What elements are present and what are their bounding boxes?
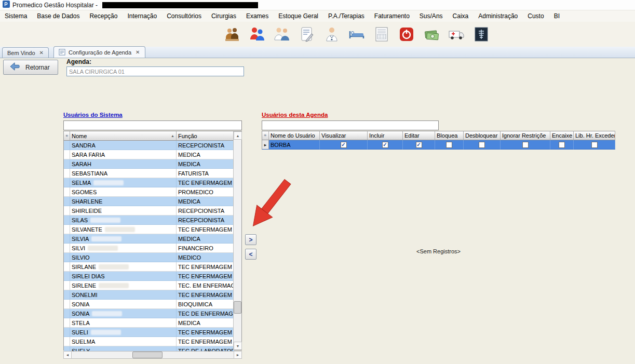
column-header-editar[interactable]: Editar — [403, 131, 435, 140]
doctor-icon[interactable] — [323, 25, 341, 43]
table-row[interactable]: SIRLEI DIASTEC ENFERMAGEM — [64, 272, 234, 281]
menu-item-sistema[interactable]: Sistema — [5, 12, 27, 20]
horizontal-scrollbar[interactable]: ◄ ► — [63, 351, 242, 359]
visualizar-checkbox[interactable]: ✓ — [341, 142, 347, 148]
scroll-right-icon[interactable]: ► — [234, 352, 241, 358]
menu-item-custo[interactable]: Custo — [528, 12, 544, 20]
medical-staff-icon[interactable] — [273, 25, 291, 43]
prescription-icon[interactable] — [298, 25, 316, 43]
table-row[interactable]: ▸BORBA✓✓✓ — [262, 140, 615, 150]
add-user-button[interactable]: > — [245, 234, 256, 245]
menu-item-interna-o[interactable]: Internação — [127, 12, 157, 20]
invoice-icon[interactable] — [373, 25, 390, 43]
scroll-down-icon[interactable]: ▼ — [234, 342, 242, 350]
column-header-nome-do-usu-rio[interactable]: Nome do Usuário — [269, 131, 320, 140]
table-row[interactable]: SONELMITEC ENFERMAGEM — [64, 290, 234, 300]
power-icon[interactable] — [398, 25, 415, 43]
checkbox-cell-ignorar_restricoes[interactable] — [501, 140, 550, 150]
reception-icon[interactable] — [223, 25, 241, 43]
menu-item-faturamento[interactable]: Faturamento — [374, 12, 410, 20]
checkbox-cell-encaixe[interactable] — [550, 140, 574, 150]
checkbox-cell-editar[interactable]: ✓ — [403, 140, 435, 150]
table-row[interactable]: SHARLENEMEDICA — [64, 197, 234, 206]
table-row[interactable]: SUELITEC ENFERMAGEM — [64, 328, 234, 337]
table-row[interactable]: STELAMEDICA — [64, 318, 234, 328]
menu-item-recep-o[interactable]: Recepção — [89, 12, 117, 20]
scrollbar-track[interactable] — [234, 140, 241, 342]
table-row[interactable]: SHIRLEIDERECEPCIONISTA — [64, 206, 234, 215]
remove-user-button[interactable]: < — [245, 249, 256, 260]
agenda-name-input[interactable] — [66, 66, 244, 76]
table-row[interactable]: SELMATEC ENFERMAGEM — [64, 178, 234, 187]
return-button[interactable]: Retornar — [3, 60, 58, 75]
column-header-bloquea[interactable]: Bloquea — [435, 131, 464, 140]
table-row[interactable]: SANDRARECEPCIONISTA — [64, 141, 234, 150]
system-users-filter-input[interactable] — [63, 120, 242, 130]
ambulance-icon[interactable] — [448, 25, 465, 43]
scroll-up-icon[interactable]: ▲ — [234, 131, 242, 140]
menu-item-estoque-geral[interactable]: Estoque Geral — [278, 12, 318, 20]
menu-item-caixa[interactable]: Caixa — [453, 12, 469, 20]
agenda-users-filter-input[interactable] — [262, 120, 439, 130]
tab-configuracao-de-agenda[interactable]: Configuração de Agenda ✕ — [53, 46, 145, 58]
menu-item-consult-rios[interactable]: Consultórios — [167, 12, 201, 20]
incluir-checkbox[interactable]: ✓ — [382, 142, 388, 148]
close-tab-icon[interactable]: ✕ — [136, 49, 140, 55]
close-tab-icon[interactable]: ✕ — [39, 50, 44, 56]
checkbox-cell-incluir[interactable]: ✓ — [368, 140, 403, 150]
table-row[interactable]: SILVIAMEDICA — [64, 234, 234, 244]
checkbox-cell-desbloquear[interactable] — [464, 140, 501, 150]
grid-star-icon[interactable]: ✳ — [64, 131, 70, 141]
scrollbar-track[interactable] — [72, 352, 234, 358]
menu-item-base-de-dados[interactable]: Base de Dados — [37, 12, 79, 20]
table-row[interactable]: SEBASTIANAFATURISTA — [64, 169, 234, 178]
menu-item-sus-ans[interactable]: Sus/Ans — [420, 12, 443, 20]
table-row[interactable]: SUELMATEC ENFERMAGEM — [64, 337, 234, 346]
scroll-left-icon[interactable]: ◄ — [64, 352, 72, 358]
scrollbar-thumb[interactable] — [132, 352, 163, 358]
menu-item-administra-o[interactable]: Administração — [478, 12, 518, 20]
table-row[interactable]: SIRLENETEC. EM ENFERMAGEM — [64, 281, 234, 290]
table-row[interactable]: SONIATEC DE ENFERMAGEM — [64, 309, 234, 318]
menu-item-bi[interactable]: BI — [554, 12, 560, 20]
patients-icon[interactable] — [248, 25, 266, 43]
ignorar_restricoes-checkbox[interactable] — [522, 142, 529, 148]
table-row[interactable]: SGOMESPROMEDICO — [64, 187, 234, 197]
column-header-incluir[interactable]: Incluir — [368, 131, 403, 140]
column-header-funcao[interactable]: Função — [177, 131, 234, 141]
menu-item-p-a-terapias[interactable]: P.A./Terapias — [328, 12, 364, 20]
scrollbar-thumb[interactable] — [234, 301, 241, 314]
agenda-users-title[interactable]: Usuários desta Agenda — [262, 112, 328, 118]
table-row[interactable]: SUELYTEC DE LABORATORIO — [64, 346, 234, 351]
column-header-desbloquear[interactable]: Desbloquear — [464, 131, 501, 140]
tab-bem-vindo[interactable]: Bem Vindo ✕ — [2, 47, 49, 58]
cash-icon[interactable] — [423, 25, 440, 43]
column-header-encaixe[interactable]: Encaixe — [550, 131, 574, 140]
checkbox-cell-bloquear[interactable] — [435, 140, 464, 150]
checkbox-cell-lib_hr_excedente[interactable] — [574, 140, 615, 150]
grid-star-icon[interactable]: ✳ — [262, 131, 269, 140]
table-row[interactable]: SILVIOMEDICO — [64, 253, 234, 262]
system-users-title[interactable]: Usuários do Sistema — [63, 112, 123, 118]
table-row[interactable]: SARA FARIAMEDICA — [64, 150, 234, 159]
table-row[interactable]: SILVIFINANCEIRO — [64, 244, 234, 253]
table-row[interactable]: SARAHMEDICA — [64, 159, 234, 169]
menu-item-cirurgias[interactable]: Cirurgias — [211, 12, 236, 20]
menu-item-exames[interactable]: Exames — [246, 12, 268, 20]
column-header-visualizar[interactable]: Visualizar — [320, 131, 368, 140]
desbloquear-checkbox[interactable] — [479, 142, 485, 148]
column-header-lib-hr-excedent[interactable]: Lib. Hr. Excedent — [574, 131, 615, 140]
encaixe-checkbox[interactable] — [559, 142, 565, 148]
checkbox-cell-visualizar[interactable]: ✓ — [320, 140, 368, 150]
table-row[interactable]: SILASRECEPCIONISTA — [64, 215, 234, 225]
bloquear-checkbox[interactable] — [446, 142, 452, 148]
hospital-bed-icon[interactable] — [348, 25, 366, 43]
column-header-ignorar-restri-e[interactable]: Ignorar Restriçõe — [501, 131, 550, 140]
table-row[interactable]: SILVANETETEC ENFERMAGEM — [64, 225, 234, 234]
lib_hr_excedente-checkbox[interactable] — [591, 142, 598, 148]
editar-checkbox[interactable]: ✓ — [416, 142, 422, 148]
vertical-scrollbar[interactable]: ▲ ▼ — [233, 131, 241, 350]
table-row[interactable]: SONIABIOQUIMICA — [64, 300, 234, 309]
xray-icon[interactable] — [472, 25, 490, 43]
column-header-nome[interactable]: Nome ▲ — [70, 131, 177, 141]
